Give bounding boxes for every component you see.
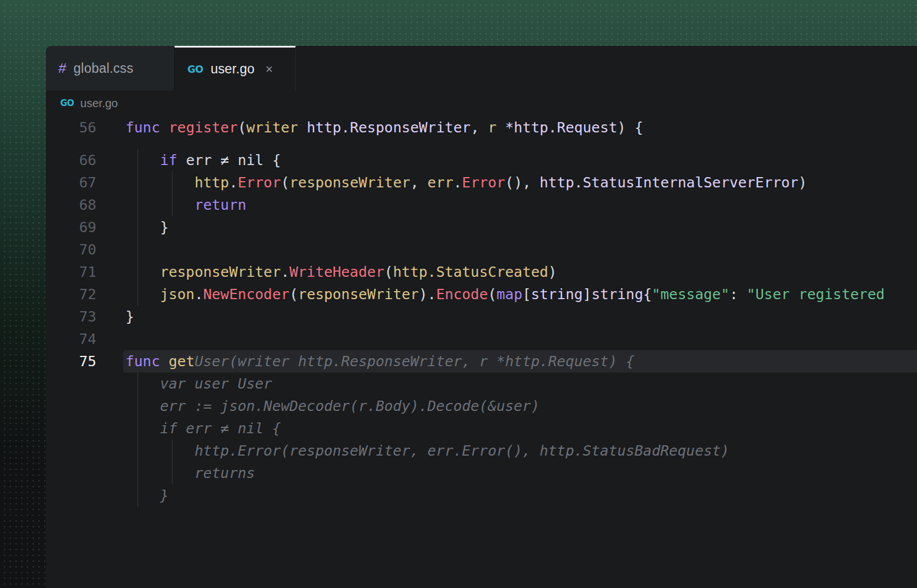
line-number: 74 [46,328,96,350]
tab-label: global.css [73,61,133,76]
code-line[interactable]: 74 [46,328,917,350]
code-line[interactable]: 69 } [46,216,917,238]
code-text: func getUser(writer http.ResponseWriter,… [126,350,634,373]
code-text: if err ≠ nil { [126,417,281,440]
line-number: 66 [46,149,96,171]
line-number: 70 [46,238,96,261]
line-number: 68 [46,194,96,216]
code-line[interactable]: 71 responseWriter.WriteHeader(http.Statu… [46,261,917,283]
code-line[interactable]: if err ≠ nil { [46,417,917,440]
code-line[interactable]: 75func getUser(writer http.ResponseWrite… [46,350,917,373]
code-lines: 56func register(writer http.ResponseWrit… [46,116,917,507]
breadcrumb-label: user.go [80,97,118,110]
line-number: 72 [46,283,96,305]
code-line[interactable]: 72 json.NewEncoder(responseWriter).Encod… [46,283,917,305]
editor-window: # global.css GO user.go × GO user.go 56f… [46,46,917,588]
code-text: return [126,194,246,216]
code-text: func register(writer http.ResponseWriter… [126,116,643,139]
tab-global-css[interactable]: # global.css [46,46,174,91]
code-line[interactable]: http.Error(responseWriter, err.Error(), … [46,440,917,462]
code-line[interactable]: 73} [46,305,917,328]
code-editor[interactable]: 56func register(writer http.ResponseWrit… [46,116,917,507]
code-line[interactable]: err := json.NewDecoder(r.Body).Decode(&u… [46,395,917,417]
code-text: } [126,305,134,328]
code-text: returns [126,462,255,484]
code-text: err := json.NewDecoder(r.Body).Decode(&u… [126,395,539,417]
go-file-icon: GO [187,64,203,75]
code-text: responseWriter.WriteHeader(http.StatusCr… [126,261,557,283]
css-file-icon: # [58,60,67,76]
code-text: } [126,216,168,238]
code-line[interactable]: var user User [46,373,917,395]
code-line[interactable]: 67 http.Error(responseWriter, err.Error(… [46,171,917,194]
code-text: var user User [126,373,272,395]
code-text: http.Error(responseWriter, err.Error(), … [126,171,807,194]
code-text: } [126,484,168,507]
code-line[interactable]: } [46,484,917,507]
close-icon[interactable]: × [265,63,273,76]
tab-label: user.go [210,61,254,77]
line-number: 69 [46,216,96,238]
line-number: 73 [46,305,96,328]
code-line[interactable]: returns [46,462,917,484]
go-file-icon: GO [60,98,74,108]
code-line[interactable]: 70 [46,238,917,261]
line-number: 67 [46,171,96,194]
line-number: 56 [46,116,96,139]
code-line[interactable]: 66 if err ≠ nil { [46,149,917,171]
code-line[interactable]: 56func register(writer http.ResponseWrit… [46,116,917,139]
code-line[interactable]: 68 return [46,194,917,216]
code-text: if err ≠ nil { [126,149,281,171]
indent-guide [138,238,138,261]
tab-user-go[interactable]: GO user.go × [174,46,296,91]
line-number: 75 [46,350,96,373]
code-text: http.Error(responseWriter, err.Error(), … [126,440,730,462]
line-number: 71 [46,261,96,283]
code-text: json.NewEncoder(responseWriter).Encode(m… [126,283,885,305]
breadcrumb[interactable]: GO user.go [46,91,917,116]
tab-bar: # global.css GO user.go × [46,46,917,91]
